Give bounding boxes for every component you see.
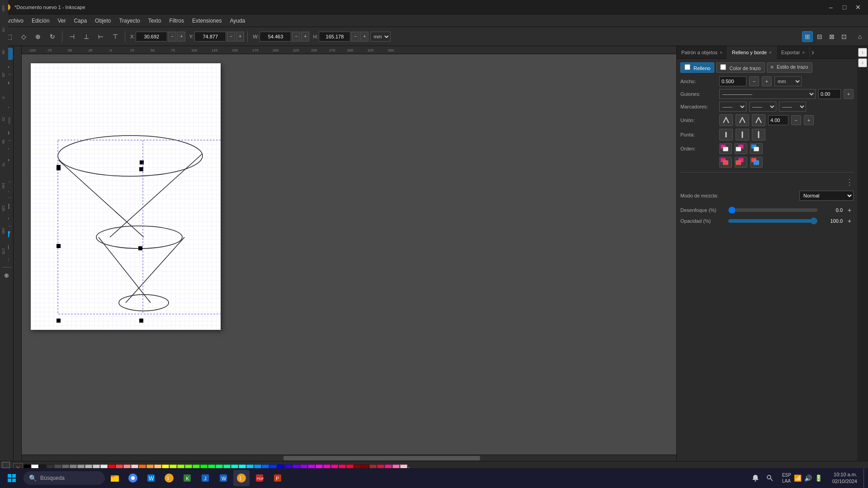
menu-item-ver[interactable]: Ver (54, 16, 69, 25)
fill-indicator[interactable] (2, 462, 10, 468)
blur-increase-btn[interactable]: + (845, 206, 854, 214)
y-input[interactable] (194, 32, 226, 42)
taskbar-word-icon[interactable]: W (215, 470, 231, 486)
h-decrease-btn[interactable]: − (351, 32, 359, 42)
menu-item-ayuda[interactable]: Ayuda (226, 16, 249, 25)
taskbar-pdf-icon[interactable]: PDF (251, 470, 268, 486)
menu-item-filtros[interactable]: Filtros (165, 16, 188, 25)
y-decrease-btn[interactable]: − (227, 32, 235, 42)
show-desktop-btn[interactable] (863, 468, 866, 488)
w-increase-btn[interactable]: + (301, 32, 309, 42)
union-value-input[interactable] (768, 115, 788, 125)
close-button[interactable]: ✕ (852, 2, 864, 12)
order-btn5[interactable] (735, 157, 747, 168)
taskbar-search[interactable]: 🔍 Búsqueda (24, 471, 105, 485)
panel-expand-btn[interactable]: › (811, 46, 814, 58)
x-decrease-btn[interactable]: − (168, 32, 176, 42)
snap-btn4[interactable]: ⊡ (839, 31, 849, 42)
taskbar-icon4[interactable]: I (161, 470, 177, 486)
menu-item-capa[interactable]: Capa (70, 16, 90, 25)
tab-pattern[interactable]: Patrón a objetos × (677, 46, 727, 59)
menu-item-edición[interactable]: Edición (28, 16, 53, 25)
order-btn6[interactable] (750, 157, 763, 168)
relleno-tab[interactable]: Relleno (680, 62, 714, 73)
taskbar-ppt-icon[interactable]: P (269, 470, 286, 486)
snap-btn2[interactable]: ⊟ (814, 31, 825, 42)
fill-tab-close[interactable]: × (769, 50, 772, 55)
menu-item-texto[interactable]: Texto (145, 16, 165, 25)
menu-item-trayecto[interactable]: Trayecto (115, 16, 143, 25)
marcador-mid-select[interactable]: —— (749, 102, 776, 112)
union-increase-btn[interactable]: + (804, 115, 814, 125)
align-right-btn[interactable]: ⊢ (94, 30, 107, 43)
guiones-value-input[interactable] (818, 89, 841, 99)
cap-round-btn[interactable] (736, 129, 749, 141)
align-left-btn[interactable]: ⊣ (66, 30, 78, 43)
blur-slider[interactable] (728, 208, 817, 212)
zoom-tool-btn[interactable]: ⊕ (32, 30, 44, 43)
align-center-btn[interactable]: ⊥ (80, 30, 93, 43)
zoom-tool[interactable]: ⊕ (1, 269, 13, 281)
canvas-scroll[interactable] (22, 54, 676, 455)
tab-fill[interactable]: Relleno y borde × (727, 46, 777, 59)
order-btn2[interactable] (735, 143, 747, 154)
h-increase-btn[interactable]: + (360, 32, 368, 42)
clock[interactable]: 10:10 a.m. 02/10/2024 (829, 471, 861, 485)
maximize-button[interactable]: □ (838, 2, 851, 12)
snap-btn3[interactable]: ⊠ (826, 31, 837, 42)
right-collapse-btn[interactable]: ‹ (858, 48, 867, 57)
taskbar-chrome-icon[interactable] (125, 470, 141, 486)
node-tool-btn[interactable]: ◇ (17, 30, 30, 43)
x-input[interactable] (136, 32, 167, 42)
hscrollbar[interactable] (22, 455, 676, 461)
taskbar-inkscape-icon[interactable]: I (233, 470, 250, 486)
start-button[interactable] (2, 468, 22, 488)
y-increase-btn[interactable]: + (236, 32, 244, 42)
union-decrease-btn[interactable]: − (791, 115, 801, 125)
taskbar-icon5[interactable]: K (179, 470, 195, 486)
join-bevel-btn[interactable] (752, 114, 765, 126)
ancho-unit-select[interactable]: mmpx (774, 76, 802, 86)
taskbar-icon3[interactable]: W (143, 470, 159, 486)
marcador-end-select[interactable]: —— (779, 102, 806, 112)
taskbar-icon6[interactable]: J (197, 470, 213, 486)
ancho-decrease-btn[interactable]: − (749, 76, 759, 86)
color-trazo-checkbox[interactable] (720, 64, 726, 70)
guiones-select[interactable]: —————— - - - - - - · · · · · · (719, 89, 816, 99)
cap-butt-btn[interactable] (719, 129, 733, 141)
blend-select[interactable]: Normal Multiply Screen Overlay (799, 191, 854, 201)
scroll-thumb[interactable] (283, 456, 480, 460)
relleno-checkbox[interactable] (684, 64, 690, 70)
join-miter-btn[interactable] (719, 114, 733, 126)
pattern-tab-close[interactable]: × (720, 50, 722, 55)
right-expand-btn[interactable]: › (858, 58, 867, 67)
cap-square-btn[interactable] (752, 129, 765, 141)
panel-more-btn[interactable]: ⋮ (845, 177, 854, 187)
search-tray-icon[interactable] (764, 472, 776, 484)
order-btn4[interactable] (719, 157, 732, 168)
order-btn3[interactable] (750, 143, 763, 154)
h-input[interactable] (319, 32, 350, 42)
export-tab-close[interactable]: × (802, 50, 805, 55)
guiones-increase-btn[interactable]: + (844, 89, 854, 99)
unit-select[interactable]: mmpxcm (370, 32, 391, 42)
estilo-trazo-tab[interactable]: ≡ Estilo de trazo (767, 62, 812, 73)
x-increase-btn[interactable]: + (177, 32, 185, 42)
opacity-increase-btn[interactable]: + (845, 217, 854, 225)
ancho-increase-btn[interactable]: + (762, 76, 772, 86)
join-round-btn[interactable] (736, 114, 749, 126)
ancho-input[interactable] (719, 76, 746, 86)
taskbar-explorer-icon[interactable] (107, 470, 123, 486)
notification-icon[interactable] (750, 472, 761, 484)
w-decrease-btn[interactable]: − (292, 32, 300, 42)
order-btn1[interactable] (719, 143, 732, 154)
rotate-btn[interactable]: ↻ (46, 30, 59, 43)
w-input[interactable] (259, 32, 291, 42)
marcador-start-select[interactable]: —— (719, 102, 746, 112)
minimize-button[interactable]: – (825, 2, 837, 12)
menu-item-extensiones[interactable]: Extensiones (189, 16, 225, 25)
menu-item-objeto[interactable]: Objeto (91, 16, 114, 25)
color-trazo-tab[interactable]: Color de trazo (716, 62, 764, 73)
tab-export[interactable]: Exportar × (777, 46, 810, 59)
inkscape-home-btn[interactable]: ⌂ (854, 31, 865, 42)
